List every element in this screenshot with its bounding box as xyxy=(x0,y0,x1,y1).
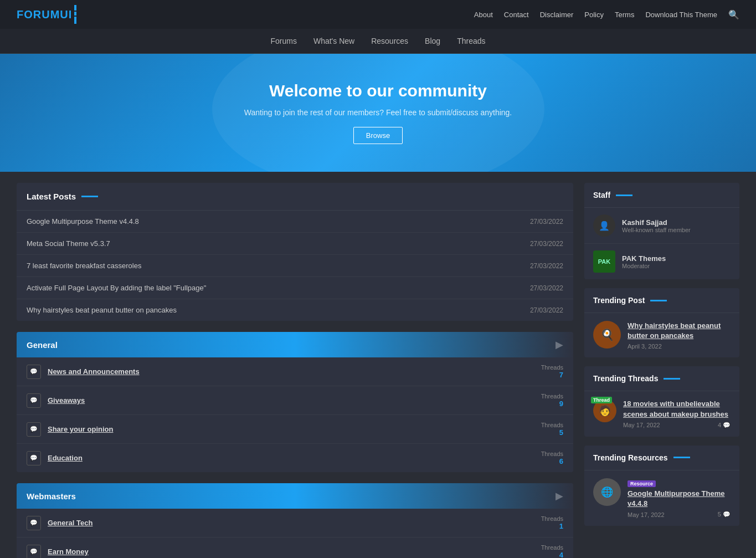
forum-name-link[interactable]: Earn Money xyxy=(48,547,89,556)
forum-icon: 💬 xyxy=(27,422,41,437)
header: FORUMUI About Contact Disclaimer Policy … xyxy=(0,0,756,29)
forum-row: 💬 News and Announcements Threads 7 xyxy=(17,357,573,386)
trending-post-card: Trending Post 🍳 Why hairstyles beat pean… xyxy=(584,288,739,357)
forum-name-link[interactable]: Education xyxy=(48,454,83,462)
forum-row: 💬 General Tech Threads 1 xyxy=(17,509,573,537)
trending-threads-title: Trending Threads xyxy=(593,374,658,383)
trending-resources-card: Trending Resources 🌐 Resource Google Mul… xyxy=(584,446,739,526)
threads-count: 5 xyxy=(541,428,563,437)
resource-badge: Resource xyxy=(628,480,656,487)
thread-title-link[interactable]: 18 movies with unbelievable scenes about… xyxy=(623,400,728,418)
forum-icon: 💬 xyxy=(27,451,41,465)
post-date: 27/03/2022 xyxy=(530,240,563,248)
staff-card-header: Staff xyxy=(584,183,739,208)
chevron-right-icon: ▶ xyxy=(556,490,563,502)
trending-post-item: 🍳 Why hairstyles beat peanut butter on p… xyxy=(584,313,739,357)
resource-date: May 17, 2022 xyxy=(628,511,665,518)
resource-title-link[interactable]: Google Multipurpose Theme v4.4.8 xyxy=(628,489,725,508)
thread-avatar: Thread 🧑 xyxy=(593,399,616,422)
header-nav: About Contact Disclaimer Policy Terms Do… xyxy=(474,9,739,20)
post-date: 27/03/2022 xyxy=(530,284,563,292)
staff-member-row: 👤 Kashif Sajjad Well-known staff member xyxy=(584,208,739,244)
subnav-blog[interactable]: Blog xyxy=(425,37,440,45)
left-column: Latest Posts Google Multipurpose Theme v… xyxy=(17,183,573,558)
forum-icon: 💬 xyxy=(27,545,41,559)
title-bar-decoration xyxy=(616,194,632,196)
general-section-card: General ▶ 💬 News and Announcements Threa… xyxy=(17,332,573,472)
general-section-title: General xyxy=(27,340,58,350)
subnav-resources[interactable]: Resources xyxy=(371,37,408,45)
nav-about[interactable]: About xyxy=(474,11,493,19)
resource-info: Resource Google Multipurpose Theme v4.4.… xyxy=(628,478,731,518)
subnav-whats-new[interactable]: What's New xyxy=(313,37,354,45)
logo[interactable]: FORUMUI xyxy=(17,5,76,24)
thread-meta: May 17, 2022 4 💬 xyxy=(623,422,731,429)
forum-left: 💬 Education xyxy=(27,451,83,465)
title-bar-decoration xyxy=(650,300,667,301)
post-row: Why hairstyles beat peanut butter on pan… xyxy=(17,299,573,321)
trending-post-link[interactable]: Why hairstyles beat peanut butter on pan… xyxy=(628,321,721,340)
forum-stats: Threads 4 xyxy=(541,544,563,558)
search-icon[interactable]: 🔍 xyxy=(728,9,739,20)
staff-role: Moderator xyxy=(622,263,666,269)
post-link[interactable]: 7 least favorite breakfast casseroles xyxy=(27,262,141,270)
forum-name-link[interactable]: Giveaways xyxy=(48,396,85,405)
trending-resources-title: Trending Resources xyxy=(593,453,668,462)
nav-disclaimer[interactable]: Disclaimer xyxy=(540,11,574,19)
forum-stats: Threads 1 xyxy=(541,515,563,530)
forum-name-link[interactable]: News and Announcements xyxy=(48,367,140,376)
trending-resource-item: 🌐 Resource Google Multipurpose Theme v4.… xyxy=(584,470,739,526)
logo-text: FORUMUI xyxy=(17,8,72,21)
staff-card-title: Staff xyxy=(593,191,610,199)
staff-role: Well-known staff member xyxy=(622,227,691,233)
subnav: Forums What's New Resources Blog Threads xyxy=(0,29,756,54)
browse-button[interactable]: Browse xyxy=(353,127,403,144)
threads-label: Threads xyxy=(541,451,563,457)
forum-name-link[interactable]: Share your opinion xyxy=(48,425,113,433)
forum-icon: 💬 xyxy=(27,516,41,530)
staff-info: Kashif Sajjad Well-known staff member xyxy=(622,218,691,233)
latest-posts-title: Latest Posts xyxy=(27,192,76,201)
post-date: 27/03/2022 xyxy=(530,306,563,314)
threads-label: Threads xyxy=(541,544,563,551)
forum-row: 💬 Share your opinion Threads 5 xyxy=(17,415,573,444)
post-date: 27/03/2022 xyxy=(530,218,563,226)
post-link[interactable]: Activate Full Page Layout By adding the … xyxy=(27,284,206,292)
nav-download-theme[interactable]: Download This Theme xyxy=(645,11,717,19)
post-link[interactable]: Why hairstyles beat peanut butter on pan… xyxy=(27,306,177,314)
threads-label: Threads xyxy=(541,515,563,522)
trending-resources-header: Trending Resources xyxy=(584,446,739,470)
threads-label: Threads xyxy=(541,393,563,400)
title-bar-decoration xyxy=(664,378,680,380)
hero-title: Welcome to our community xyxy=(11,81,745,100)
forum-stats: Threads 5 xyxy=(541,422,563,437)
webmasters-section-title: Webmasters xyxy=(27,492,76,501)
forum-left: 💬 General Tech xyxy=(27,516,92,530)
hero-section: Welcome to our community Wanting to join… xyxy=(0,54,756,172)
post-link[interactable]: Meta Social Theme v5.3.7 xyxy=(27,239,110,248)
resource-meta: May 17, 2022 5 💬 xyxy=(628,511,731,518)
thread-badge: Thread xyxy=(591,397,612,403)
trending-post-info: Why hairstyles beat peanut butter on pan… xyxy=(628,321,731,350)
post-row: Google Multipurpose Theme v4.4.8 27/03/2… xyxy=(17,211,573,233)
forum-row: 💬 Giveaways Threads 9 xyxy=(17,386,573,415)
thread-replies: 4 💬 xyxy=(718,422,731,429)
subnav-threads[interactable]: Threads xyxy=(457,37,485,45)
staff-info: PAK Themes Moderator xyxy=(622,254,666,269)
trending-post-date: April 3, 2022 xyxy=(628,343,731,350)
forum-name-link[interactable]: General Tech xyxy=(48,519,92,527)
staff-avatar: PAK xyxy=(593,250,615,273)
title-bar-decoration xyxy=(81,196,98,197)
nav-policy[interactable]: Policy xyxy=(584,11,604,19)
nav-contact[interactable]: Contact xyxy=(504,11,529,19)
forum-row: 💬 Education Threads 6 xyxy=(17,444,573,472)
nav-terms[interactable]: Terms xyxy=(615,11,634,19)
staff-avatar: 👤 xyxy=(593,214,615,237)
subnav-forums[interactable]: Forums xyxy=(270,37,296,45)
chevron-right-icon: ▶ xyxy=(556,339,563,351)
title-bar-decoration xyxy=(673,457,690,458)
resource-replies: 5 💬 xyxy=(718,511,731,518)
post-link[interactable]: Google Multipurpose Theme v4.4.8 xyxy=(27,217,139,226)
forum-icon: 💬 xyxy=(27,393,41,408)
trending-thread-item: Thread 🧑 18 movies with unbelievable sce… xyxy=(584,391,739,436)
